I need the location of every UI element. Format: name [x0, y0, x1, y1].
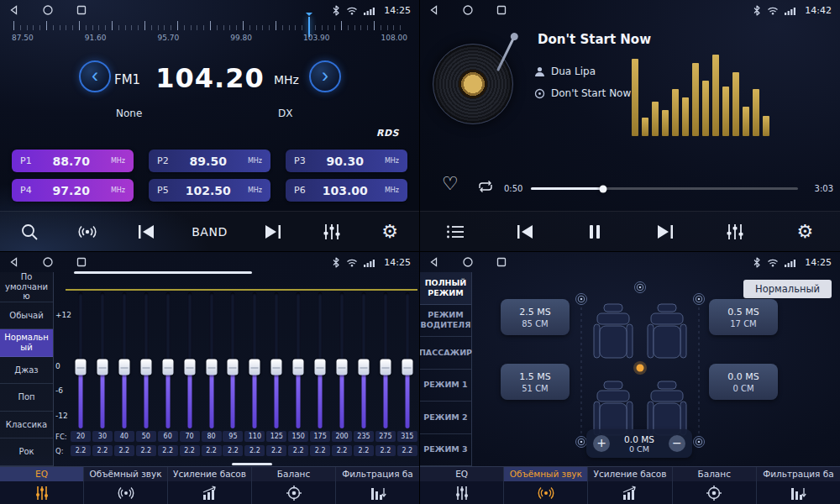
tab-balance[interactable]: Баланс	[672, 467, 756, 504]
favorite-heart-icon[interactable]: ♡	[442, 175, 459, 193]
delay-rear-left-button[interactable]: 1.5 MS 51 CM	[501, 364, 570, 400]
tab-filter[interactable]: Фильтрация ба	[335, 467, 419, 504]
recents-icon[interactable]	[496, 4, 507, 16]
delay-increase-button[interactable]: +	[593, 435, 610, 452]
eq-band-slider[interactable]	[244, 292, 265, 428]
eq-slider-handle[interactable]	[97, 360, 108, 375]
eq-slider-handle[interactable]	[293, 360, 304, 375]
preset-p2[interactable]: P2 89.50 MHz	[149, 150, 270, 172]
eq-slider-handle[interactable]	[228, 360, 239, 375]
eq-preset-normal[interactable]: Нормальный	[0, 329, 53, 357]
repeat-icon[interactable]	[477, 180, 494, 196]
delay-front-right-button[interactable]: 0.5 MS 17 CM	[709, 299, 778, 335]
eq-band-slider[interactable]	[266, 292, 286, 428]
tab-surround-sound[interactable]: Объёмный звук	[503, 467, 587, 504]
preset-p6[interactable]: P6 103.00 MHz	[286, 179, 407, 202]
eq-band-slider[interactable]	[310, 292, 330, 428]
recents-icon[interactable]	[76, 256, 87, 268]
settings-gear-icon[interactable]: ⚙	[377, 223, 402, 241]
eq-slider-handle[interactable]	[249, 360, 260, 375]
previous-track-icon[interactable]	[512, 223, 538, 240]
eq-slider-handle[interactable]	[271, 360, 282, 375]
eq-preset-classic[interactable]: Классика	[0, 412, 53, 439]
audio-settings-icon[interactable]	[722, 223, 748, 240]
recents-icon[interactable]	[496, 256, 507, 268]
mode-passenger[interactable]: ПАССАЖИР	[420, 337, 471, 370]
eq-slider-handle[interactable]	[140, 360, 151, 375]
sound-profile-button[interactable]: Нормальный	[743, 280, 832, 298]
mode-3[interactable]: РЕЖИМ 3	[420, 434, 471, 467]
eq-band-slider[interactable]	[92, 292, 113, 428]
eq-band-slider[interactable]	[288, 292, 308, 428]
eq-preset-default[interactable]: По умолчанию	[0, 272, 53, 302]
pause-icon[interactable]	[582, 223, 607, 240]
tab-surround-sound[interactable]: Объёмный звук	[83, 467, 167, 504]
home-icon[interactable]	[462, 256, 474, 268]
eq-preset-custom[interactable]: Обычай	[0, 302, 53, 330]
audio-settings-icon[interactable]	[319, 223, 344, 240]
back-icon[interactable]	[428, 4, 440, 16]
band-button[interactable]: BAND	[192, 225, 227, 239]
eq-band-slider[interactable]	[136, 292, 156, 428]
tab-eq[interactable]: EQ	[420, 467, 503, 504]
eq-slider-handle[interactable]	[162, 360, 173, 375]
preset-p1[interactable]: P1 88.70 MHz	[12, 150, 134, 172]
eq-preset-jazz[interactable]: Джаз	[0, 357, 53, 385]
mode-driver[interactable]: РЕЖИМ ВОДИТЕЛЯ	[420, 305, 471, 338]
tab-bass-boost[interactable]: Усиление басов	[587, 467, 671, 504]
eq-band-slider[interactable]	[180, 292, 200, 428]
back-icon[interactable]	[8, 256, 20, 268]
next-station-icon[interactable]	[260, 223, 286, 240]
mode-full[interactable]: ПОЛНЫЙ РЕЖИМ	[420, 272, 471, 305]
progress-bar[interactable]	[531, 187, 798, 190]
settings-gear-icon[interactable]: ⚙	[792, 223, 817, 241]
eq-slider-handle[interactable]	[76, 360, 87, 375]
playlist-icon[interactable]	[443, 224, 468, 239]
eq-slider-handle[interactable]	[402, 360, 412, 375]
eq-slider-handle[interactable]	[315, 360, 326, 375]
preset-p3[interactable]: P3 90.30 MHz	[286, 150, 407, 172]
home-icon[interactable]	[42, 256, 54, 268]
eq-band-slider[interactable]	[375, 292, 396, 428]
preset-p5[interactable]: P5 102.50 MHz	[149, 179, 270, 202]
delay-front-left-button[interactable]: 2.5 MS 85 CM	[501, 299, 570, 335]
eq-band-slider[interactable]	[114, 292, 134, 428]
next-track-icon[interactable]	[653, 223, 678, 240]
preset-p4[interactable]: P4 97.20 MHz	[12, 179, 134, 202]
recents-icon[interactable]	[76, 4, 87, 16]
mode-2[interactable]: РЕЖИМ 2	[420, 402, 471, 434]
broadcast-scan-icon[interactable]	[75, 223, 100, 240]
previous-station-icon[interactable]	[134, 223, 159, 240]
eq-slider-handle[interactable]	[380, 360, 391, 375]
eq-band-slider[interactable]	[223, 292, 243, 428]
back-icon[interactable]	[8, 4, 20, 16]
tab-balance[interactable]: Баланс	[251, 467, 335, 504]
eq-slider-handle[interactable]	[206, 360, 217, 375]
tab-bass-boost[interactable]: Усиление басов	[167, 467, 251, 504]
eq-band-slider[interactable]	[354, 292, 374, 428]
home-icon[interactable]	[462, 4, 474, 16]
home-icon[interactable]	[42, 4, 54, 16]
search-icon[interactable]	[17, 223, 42, 241]
progress-knob[interactable]	[599, 185, 606, 192]
eq-band-slider[interactable]	[332, 292, 352, 428]
back-icon[interactable]	[428, 256, 440, 268]
eq-slider-handle[interactable]	[337, 360, 348, 375]
eq-band-slider[interactable]	[397, 292, 417, 428]
tune-up-button[interactable]: ›	[309, 60, 341, 92]
eq-band-slider[interactable]	[158, 292, 178, 428]
eq-preset-pop[interactable]: Поп	[0, 384, 53, 412]
tab-eq[interactable]: EQ	[0, 467, 83, 504]
eq-preset-rock[interactable]: Рок	[0, 438, 53, 466]
mode-1[interactable]: РЕЖИМ 1	[420, 370, 471, 402]
eq-band-slider[interactable]	[202, 292, 222, 428]
tab-filter[interactable]: Фильтрация ба	[756, 467, 840, 504]
eq-slider-handle[interactable]	[118, 360, 129, 375]
eq-slider-handle[interactable]	[358, 360, 369, 375]
delay-rear-right-button[interactable]: 0.0 MS 0 CM	[709, 364, 778, 400]
delay-decrease-button[interactable]: −	[669, 435, 685, 452]
eq-bottom-scrollbar[interactable]	[232, 463, 272, 465]
eq-band-slider[interactable]	[71, 292, 91, 428]
tune-down-button[interactable]: ‹	[79, 60, 111, 92]
eq-slider-handle[interactable]	[184, 360, 195, 375]
